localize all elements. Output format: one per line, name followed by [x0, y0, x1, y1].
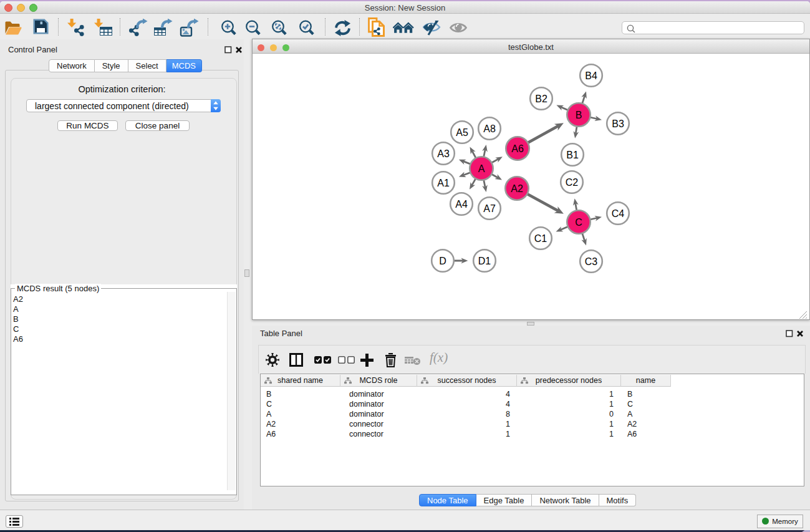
svg-text:A4: A4: [455, 199, 468, 210]
svg-text:D1: D1: [478, 256, 491, 266]
svg-text:B4: B4: [585, 70, 597, 81]
svg-text:C1: C1: [534, 233, 547, 244]
svg-text:C2: C2: [566, 177, 579, 188]
svg-text:B1: B1: [566, 150, 579, 160]
svg-text:C4: C4: [612, 208, 625, 219]
svg-text:A5: A5: [456, 127, 468, 138]
svg-text:A2: A2: [511, 183, 523, 194]
svg-text:A3: A3: [437, 148, 450, 159]
svg-text:A7: A7: [483, 203, 496, 214]
svg-text:A6: A6: [511, 143, 524, 154]
svg-text:A1: A1: [437, 178, 450, 188]
svg-text:B2: B2: [535, 94, 547, 104]
svg-text:B: B: [576, 110, 582, 120]
svg-text:A: A: [478, 163, 485, 174]
svg-text:D: D: [439, 256, 446, 266]
svg-text:C: C: [575, 217, 582, 228]
svg-text:A8: A8: [483, 123, 496, 134]
svg-text:C3: C3: [585, 256, 598, 267]
svg-text:B3: B3: [612, 118, 624, 129]
